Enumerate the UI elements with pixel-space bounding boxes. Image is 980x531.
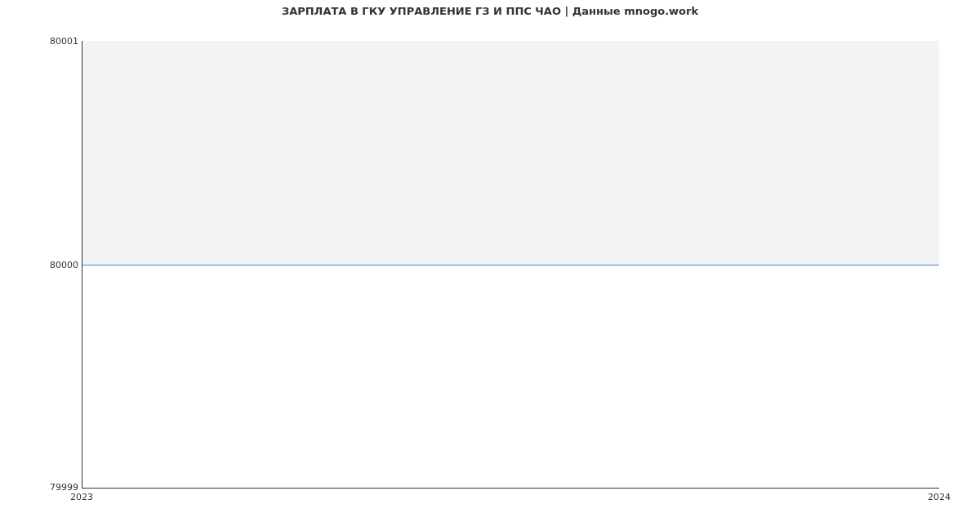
x-tick-label: 2024 xyxy=(928,492,951,502)
y-tick-label: 80001 xyxy=(5,36,78,47)
chart-title: ЗАРПЛАТА В ГКУ УПРАВЛЕНИЕ ГЗ И ППС ЧАО |… xyxy=(0,5,980,17)
y-tick-label: 79999 xyxy=(5,482,78,493)
shaded-region xyxy=(82,41,939,265)
x-tick-label: 2023 xyxy=(70,492,93,502)
salary-chart: ЗАРПЛАТА В ГКУ УПРАВЛЕНИЕ ГЗ И ППС ЧАО |… xyxy=(0,0,980,531)
plot-area xyxy=(82,41,939,489)
y-tick-label: 80000 xyxy=(5,260,78,270)
data-line xyxy=(82,265,939,266)
